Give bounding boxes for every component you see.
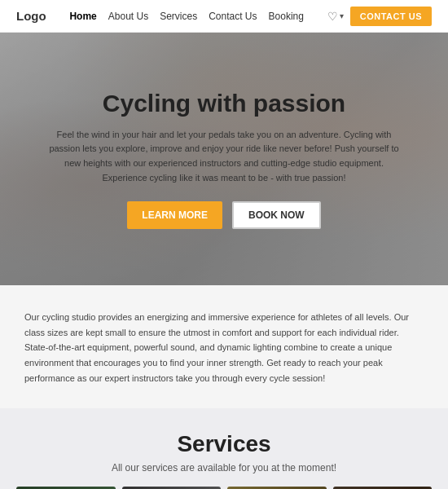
services-title: Services — [16, 431, 432, 457]
hero-content: Cycling with passion Feel the wind in yo… — [12, 89, 436, 229]
nav-home[interactable]: Home — [69, 11, 96, 22]
book-now-button[interactable]: BOOK NOW — [232, 201, 321, 229]
about-section: Our cycling studio provides an energizin… — [0, 285, 448, 408]
logo: Logo — [16, 9, 46, 23]
nav-links: Home About Us Services Contact Us Bookin… — [69, 11, 303, 22]
services-subtitle: All our services are available for you a… — [16, 462, 432, 474]
services-section: Services All our services are available … — [0, 408, 448, 489]
hero-title: Cycling with passion — [45, 89, 403, 118]
navbar: Logo Home About Us Services Contact Us B… — [0, 0, 448, 33]
hero-buttons: LEARN MORE BOOK NOW — [45, 201, 403, 229]
hero-section: Cycling with passion Feel the wind in yo… — [0, 33, 448, 285]
nav-services[interactable]: Services — [160, 11, 197, 22]
heart-icon[interactable]: ♡▾ — [327, 10, 344, 23]
hero-description: Feel the wind in your hair and let your … — [45, 128, 403, 185]
nav-about[interactable]: About Us — [108, 11, 148, 22]
about-text: Our cycling studio provides an energizin… — [24, 310, 424, 385]
nav-contact[interactable]: Contact Us — [209, 11, 257, 22]
learn-more-button[interactable]: LEARN MORE — [127, 201, 222, 229]
nav-right: ♡▾ CONTACT US — [327, 7, 432, 26]
nav-booking[interactable]: Booking — [269, 11, 304, 22]
contact-us-button[interactable]: CONTACT US — [350, 7, 432, 26]
